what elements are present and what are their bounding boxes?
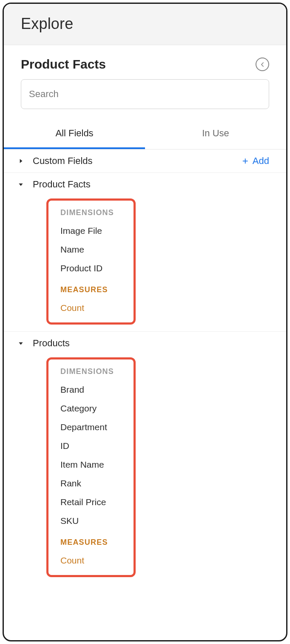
explore-header: Product Facts [4,45,286,72]
highlight-box: DIMENSIONS Brand Category Department ID … [46,357,136,577]
measures-heading: MEASURES [48,284,134,299]
field-tabs: All Fields In Use [4,118,286,150]
expand-toggle[interactable] [15,340,27,346]
dimension-field[interactable]: Retail Price [48,493,134,512]
app-title: Explore [21,15,269,33]
dimension-field[interactable]: Rank [48,474,134,493]
add-custom-field-button[interactable]: + Add [242,155,269,167]
custom-fields-row[interactable]: Custom Fields + Add [4,150,286,173]
dimension-field[interactable]: Department [48,418,134,437]
add-label: Add [253,155,269,167]
dimensions-heading: DIMENSIONS [48,365,134,380]
expand-toggle[interactable] [15,181,27,187]
dimension-field[interactable]: Item Name [48,455,134,474]
collapse-panel-button[interactable] [256,58,269,71]
dimension-field[interactable]: SKU [48,512,134,530]
highlight-box: DIMENSIONS Image File Name Product ID ME… [46,198,136,325]
dimension-field[interactable]: Name [48,240,134,259]
search-container [4,79,286,118]
field-list: Custom Fields + Add Product Facts DIMENS… [4,150,286,584]
caret-down-icon [18,340,24,346]
tab-in-use[interactable]: In Use [145,118,286,149]
measures-heading: MEASURES [48,536,134,551]
section-header-products[interactable]: Products [4,332,286,355]
measure-field[interactable]: Count [48,299,134,317]
dimension-field[interactable]: Category [48,399,134,418]
search-input[interactable] [21,79,269,109]
caret-down-icon [18,181,24,187]
dimensions-heading: DIMENSIONS [48,207,134,221]
dimension-field[interactable]: Image File [48,221,134,240]
section-header-product-facts[interactable]: Product Facts [4,173,286,196]
caret-right-icon [18,158,24,164]
topbar: Explore [4,4,286,45]
dimension-field[interactable]: Product ID [48,259,134,278]
measure-field[interactable]: Count [48,551,134,570]
explore-panel: Explore Product Facts All Fields In Use … [3,3,287,641]
section-label: Product Facts [33,179,269,190]
section-body-products: DIMENSIONS Brand Category Department ID … [4,355,286,584]
explore-title: Product Facts [21,57,106,72]
custom-fields-label: Custom Fields [33,155,242,167]
section-label: Products [33,338,269,349]
dimension-field[interactable]: Brand [48,380,134,399]
expand-toggle[interactable] [15,158,27,164]
plus-icon: + [242,156,248,166]
section-body-product-facts: DIMENSIONS Image File Name Product ID ME… [4,196,286,332]
tab-all-fields[interactable]: All Fields [4,118,145,149]
chevron-left-icon [260,62,265,67]
dimension-field[interactable]: ID [48,437,134,455]
